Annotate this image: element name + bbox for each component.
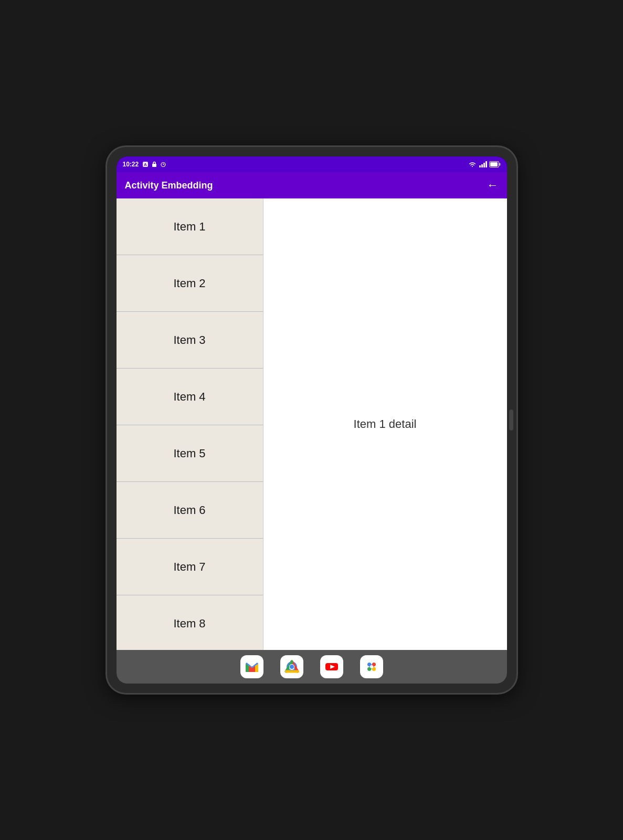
app-bar-title: Activity Embedding <box>125 180 477 191</box>
svg-rect-7 <box>499 163 500 166</box>
device-screen: 10:22 A <box>117 156 507 684</box>
app-bar: Activity Embedding ← <box>117 172 507 198</box>
list-item[interactable]: Item 6 <box>117 482 263 539</box>
chrome-svg <box>283 658 300 675</box>
list-item[interactable]: Item 5 <box>117 425 263 482</box>
detail-content: Item 1 detail <box>354 417 417 431</box>
photos-icon[interactable] <box>360 655 383 678</box>
list-panel: Item 1 Item 2 Item 3 Item 4 Item 5 Item … <box>117 198 263 650</box>
device-frame: 10:22 A <box>107 147 516 693</box>
svg-point-16 <box>290 665 294 669</box>
alarm-icon <box>160 161 167 168</box>
list-item-label: Item 7 <box>173 560 205 574</box>
list-item[interactable]: Item 8 <box>117 595 263 650</box>
status-right <box>468 161 501 168</box>
youtube-svg <box>323 658 340 675</box>
status-bar: 10:22 A <box>117 156 507 172</box>
chrome-icon[interactable] <box>280 655 303 678</box>
list-item-label: Item 4 <box>173 390 205 404</box>
list-item[interactable]: Item 7 <box>117 539 263 595</box>
lock-icon <box>151 161 158 168</box>
youtube-icon[interactable] <box>320 655 343 678</box>
list-item-label: Item 1 <box>173 220 205 234</box>
list-item-label: Item 8 <box>173 617 205 631</box>
gmail-icon[interactable] <box>240 655 263 678</box>
nav-bar <box>117 650 507 684</box>
side-button[interactable] <box>509 410 513 430</box>
back-button[interactable]: ← <box>487 178 499 192</box>
gmail-svg <box>244 658 260 675</box>
list-item[interactable]: Item 4 <box>117 369 263 425</box>
status-icons: A <box>142 161 167 168</box>
photos-svg <box>363 658 380 675</box>
list-item[interactable]: Item 3 <box>117 312 263 369</box>
list-item[interactable]: Item 1 <box>117 198 263 255</box>
list-item-label: Item 6 <box>173 503 205 517</box>
status-left: 10:22 A <box>123 161 167 168</box>
main-content: Item 1 Item 2 Item 3 Item 4 Item 5 Item … <box>117 198 507 650</box>
svg-point-21 <box>370 665 373 668</box>
signal-bars-icon <box>479 161 487 167</box>
list-item-label: Item 2 <box>173 277 205 290</box>
svg-rect-2 <box>152 164 156 167</box>
list-item-label: Item 3 <box>173 333 205 347</box>
list-item-label: Item 5 <box>173 447 205 460</box>
status-time: 10:22 <box>123 161 139 168</box>
list-item[interactable]: Item 2 <box>117 255 263 312</box>
notification-icon: A <box>142 161 149 168</box>
detail-panel: Item 1 detail <box>263 198 507 650</box>
svg-rect-8 <box>490 162 498 166</box>
svg-text:A: A <box>144 162 147 167</box>
battery-icon <box>489 161 501 167</box>
wifi-icon <box>468 161 477 168</box>
